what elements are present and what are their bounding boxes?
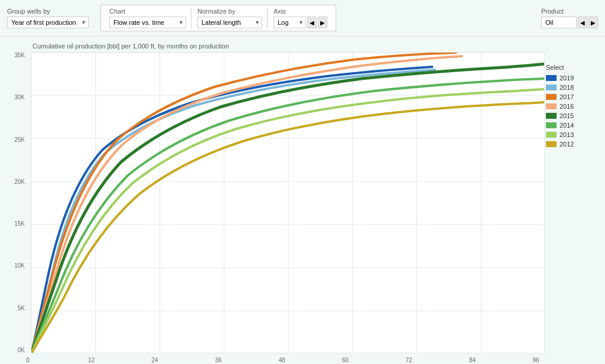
x-label-60: 60 xyxy=(337,357,354,363)
legend-item-2017[interactable]: 2017 xyxy=(546,93,599,100)
y-label-25k: 25K xyxy=(14,136,27,143)
x-label-72: 72 xyxy=(400,357,418,363)
legend-color-2016 xyxy=(546,103,557,109)
legend-color-2019 xyxy=(546,75,557,81)
legend-color-2013 xyxy=(546,132,557,138)
y-label-5k: 5K xyxy=(18,305,27,311)
normalize-select-wrapper: Lateral length ▼ xyxy=(197,17,262,28)
axis-label: Axis xyxy=(274,8,327,15)
curve-2019 xyxy=(31,67,433,353)
y-label-20k: 20K xyxy=(14,178,27,185)
x-label-96: 96 xyxy=(527,357,545,363)
legend-item-2018[interactable]: 2018 xyxy=(546,84,599,91)
normalize-select[interactable]: Lateral length xyxy=(197,17,262,28)
x-label-12: 12 xyxy=(83,357,100,363)
x-label-24: 24 xyxy=(146,357,164,363)
y-label-15k: 15K xyxy=(14,220,27,227)
axis-control: Axis Log ▼ ◀ ▶ xyxy=(269,8,332,28)
chart-title: Cumulative oil production [bbl] per 1,00… xyxy=(6,43,599,50)
y-label-10k: 10K xyxy=(14,262,27,269)
x-label-0: 0 xyxy=(19,357,37,363)
curve-2017 xyxy=(31,53,457,353)
group-wells-label: Group wells by xyxy=(7,8,89,15)
axis-next-button[interactable]: ▶ xyxy=(318,17,327,28)
legend-item-2015[interactable]: 2015 xyxy=(546,112,599,119)
legend-label-2015: 2015 xyxy=(560,112,574,119)
group-wells-select[interactable]: Year of first production xyxy=(7,17,89,28)
chart-controls-group: Chart Flow rate vs. time ▼ Normalize by … xyxy=(100,5,336,31)
legend-label-2018: 2018 xyxy=(560,84,574,91)
legend-item-2014[interactable]: 2014 xyxy=(546,122,599,129)
chart-type-control: Chart Flow rate vs. time ▼ xyxy=(105,8,191,28)
product-prev-button[interactable]: ◀ xyxy=(578,17,587,28)
y-label-30k: 30K xyxy=(14,94,27,100)
product-row: ◀ ▶ xyxy=(541,17,598,28)
x-label-36: 36 xyxy=(210,357,227,363)
product-next-button[interactable]: ▶ xyxy=(588,17,598,28)
axis-prev-button[interactable]: ◀ xyxy=(307,17,317,28)
x-label-84: 84 xyxy=(464,357,482,363)
product-input[interactable] xyxy=(541,17,577,28)
chart-select-wrapper: Flow rate vs. time ▼ xyxy=(109,17,186,28)
chart-label: Chart xyxy=(109,8,186,15)
y-label-35k: 35K xyxy=(14,52,27,58)
normalize-control: Normalize by Lateral length ▼ xyxy=(193,8,268,28)
legend: Select 2019 2018 2017 2016 2015 xyxy=(546,64,599,150)
axis-select-wrapper: Log ▼ xyxy=(274,17,306,28)
legend-label-2016: 2016 xyxy=(560,103,574,110)
x-label-48: 48 xyxy=(273,357,291,363)
chart-svg-container: 0 12 24 36 48 60 72 84 96 xyxy=(31,52,545,363)
legend-color-2014 xyxy=(546,122,557,128)
chart-svg xyxy=(31,52,545,353)
legend-color-2017 xyxy=(546,94,557,100)
chart-select[interactable]: Flow rate vs. time xyxy=(109,17,186,28)
top-bar: Group wells by Year of first production … xyxy=(0,0,605,37)
axis-select[interactable]: Log xyxy=(274,17,306,28)
legend-color-2015 xyxy=(546,113,557,119)
legend-label-2017: 2017 xyxy=(560,93,574,100)
chart-area: Cumulative oil production [bbl] per 1,00… xyxy=(0,37,605,364)
legend-item-2019[interactable]: 2019 xyxy=(546,74,599,82)
legend-label-2012: 2012 xyxy=(560,141,574,148)
y-label-0k: 0K xyxy=(18,347,27,353)
group-wells-select-wrapper: Year of first production ▼ xyxy=(7,17,89,28)
legend-title: Select xyxy=(546,64,599,71)
legend-item-2012[interactable]: 2012 xyxy=(546,141,599,148)
normalize-label: Normalize by xyxy=(197,8,262,15)
product-label: Product xyxy=(541,8,598,15)
legend-color-2012 xyxy=(546,141,557,147)
y-axis: 35K 30K 25K 20K 15K 10K 5K 0K xyxy=(6,52,31,353)
legend-label-2013: 2013 xyxy=(560,131,574,138)
legend-label-2019: 2019 xyxy=(560,74,574,82)
legend-label-2014: 2014 xyxy=(560,122,574,129)
legend-item-2016[interactable]: 2016 xyxy=(546,103,599,110)
group-wells-control: Group wells by Year of first production … xyxy=(7,8,89,28)
axis-control-row: Log ▼ ◀ ▶ xyxy=(274,17,327,28)
legend-item-2013[interactable]: 2013 xyxy=(546,131,599,138)
product-control: Product ◀ ▶ xyxy=(541,8,598,28)
legend-color-2018 xyxy=(546,84,557,90)
x-axis: 0 12 24 36 48 60 72 84 96 xyxy=(31,357,545,363)
